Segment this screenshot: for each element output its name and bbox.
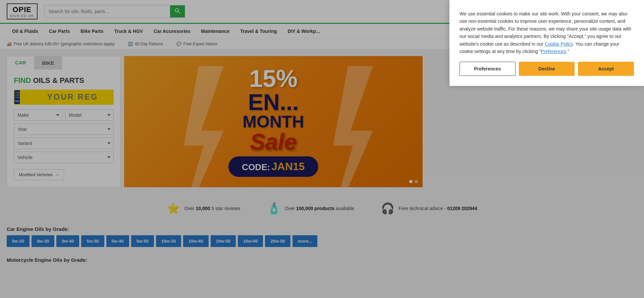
cookie-buttons: Preferences Decline Accept: [460, 62, 634, 76]
preferences-link[interactable]: Preferences: [541, 49, 566, 54]
cookie-policy-link[interactable]: Cookie Policy: [545, 41, 573, 47]
cookie-banner: We use essential cookies to make our sit…: [449, 0, 644, 86]
preferences-button[interactable]: Preferences: [460, 62, 516, 76]
cookie-text: We use essential cookies to make our sit…: [460, 10, 634, 55]
decline-button[interactable]: Decline: [519, 62, 575, 76]
accept-button[interactable]: Accept: [578, 62, 634, 76]
